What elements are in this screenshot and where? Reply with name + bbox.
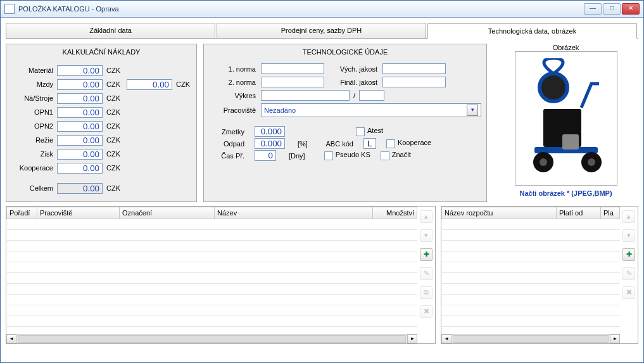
scroll-thumb[interactable]	[453, 335, 609, 343]
scroll-right-icon[interactable]: ▸	[610, 334, 620, 343]
table-row[interactable]	[7, 316, 417, 327]
input-kooperace[interactable]	[57, 163, 103, 174]
table-row[interactable]	[7, 327, 417, 334]
table-row[interactable]	[442, 327, 620, 334]
select-pracoviste-value: Nezadáno	[264, 106, 296, 114]
lbl-nastroje: Ná/Stroje	[11, 94, 53, 102]
move-down-icon[interactable]: ▾	[420, 229, 432, 242]
scroll-left-icon[interactable]: ◂	[441, 334, 451, 343]
move-up-icon[interactable]: ▴	[420, 210, 432, 223]
table-row[interactable]	[442, 219, 620, 230]
select-pracoviste[interactable]: Nezadáno ▾	[261, 103, 481, 117]
input-material[interactable]	[57, 65, 103, 76]
grid-right-hscroll[interactable]: ◂▸	[441, 334, 620, 343]
col-pla[interactable]: Pla	[601, 207, 620, 219]
close-button[interactable]: ✕	[622, 3, 640, 15]
table-row[interactable]	[7, 295, 417, 305]
copy-row-icon[interactable]: ⧉	[420, 286, 432, 299]
col-plati-od[interactable]: Platí od	[557, 207, 601, 219]
chk-kooperace-wrap[interactable]: Kooperace	[386, 139, 431, 148]
grid-left-body[interactable]: Pořadí Pracoviště Označení Název Množstv…	[6, 207, 417, 334]
table-row[interactable]	[442, 273, 620, 284]
input-caspr[interactable]	[255, 150, 276, 161]
svg-rect-7	[562, 134, 579, 150]
panel-kalkulacni-naklady: KALKULAČNÍ NÁKLADY MateriálCZK MzdyCZKCZ…	[6, 44, 197, 202]
table-row[interactable]	[7, 262, 417, 273]
checkbox-atest[interactable]	[356, 127, 365, 136]
input-vykres-1[interactable]	[261, 90, 350, 101]
table-row[interactable]	[442, 252, 620, 262]
table-row[interactable]	[442, 284, 620, 295]
input-vykres-2[interactable]	[359, 90, 384, 101]
table-row[interactable]	[7, 273, 417, 284]
input-vych-jakost[interactable]	[382, 63, 446, 74]
checkbox-kooperace[interactable]	[386, 139, 395, 148]
maximize-button[interactable]: □	[603, 3, 621, 15]
input-odpad[interactable]	[255, 138, 285, 149]
lbl-kooperace: Kooperace	[11, 164, 53, 172]
delete-row-icon[interactable]: ✖	[622, 286, 635, 299]
table-row[interactable]	[7, 252, 417, 262]
tab-zakladni-data[interactable]: Základní data	[6, 23, 215, 38]
move-down-icon[interactable]: ▾	[622, 229, 635, 242]
svg-point-6	[588, 158, 595, 166]
checkbox-pseudoks[interactable]	[324, 151, 333, 160]
grid-right-body[interactable]: Název rozpočtu Platí od Pla	[441, 207, 620, 334]
input-rezie[interactable]	[57, 135, 103, 146]
input-final-jakost[interactable]	[382, 77, 446, 87]
input-abc[interactable]	[363, 138, 376, 149]
move-up-icon[interactable]: ▴	[622, 210, 635, 223]
table-row[interactable]	[7, 230, 417, 241]
input-nastroje[interactable]	[57, 93, 103, 104]
lbl-vykres: Výkres	[209, 92, 256, 99]
edit-row-icon[interactable]: ✎	[420, 267, 432, 280]
add-row-icon[interactable]: ✚	[622, 248, 635, 261]
col-pracoviste[interactable]: Pracoviště	[37, 207, 120, 219]
lbl-vych-jakost: Vých. jakost	[329, 65, 377, 73]
table-row[interactable]	[442, 230, 620, 241]
delete-row-icon[interactable]: ✖	[420, 305, 432, 318]
col-oznaceni[interactable]: Označení	[120, 207, 215, 219]
add-row-icon[interactable]: ✚	[420, 248, 432, 261]
table-row[interactable]	[7, 219, 417, 230]
chk-atest-wrap[interactable]: Atest	[356, 127, 383, 136]
lbl-rezie: Režie	[11, 136, 53, 144]
table-row[interactable]	[442, 305, 620, 316]
checkbox-znacit[interactable]	[381, 151, 389, 160]
chk-pseudoks-wrap[interactable]: Pseudo KS	[324, 151, 370, 160]
minimize-button[interactable]: —	[584, 3, 602, 15]
col-mnozstvi[interactable]: Množství	[373, 207, 417, 219]
edit-row-icon[interactable]: ✎	[622, 267, 635, 280]
lbl-norma2: 2. norma	[209, 79, 256, 86]
table-row[interactable]	[7, 305, 417, 316]
tab-technologicka-data[interactable]: Technologická data, obrázek	[427, 23, 637, 39]
svg-point-1	[540, 73, 567, 101]
load-image-link[interactable]: Načti obrázek * (JPEG,BMP)	[519, 189, 612, 197]
col-nazev[interactable]: Název	[215, 207, 373, 219]
lbl-norma1: 1. norma	[209, 65, 256, 73]
scroll-thumb[interactable]	[18, 335, 406, 343]
input-opn1[interactable]	[57, 107, 103, 118]
tab-prodejni-ceny[interactable]: Prodejní ceny, sazby DPH	[217, 23, 426, 38]
input-norma1[interactable]	[261, 63, 324, 74]
input-opn2[interactable]	[57, 121, 103, 132]
grid-left-hscroll[interactable]: ◂▸	[6, 334, 417, 343]
input-norma2[interactable]	[261, 77, 324, 87]
image-preview[interactable]	[515, 51, 617, 186]
input-zmetky[interactable]	[255, 126, 285, 137]
table-row[interactable]	[442, 241, 620, 252]
table-row[interactable]	[7, 241, 417, 252]
table-row[interactable]	[442, 295, 620, 305]
scroll-right-icon[interactable]: ▸	[407, 334, 417, 343]
table-row[interactable]	[7, 284, 417, 295]
table-row[interactable]	[442, 316, 620, 327]
chevron-down-icon[interactable]: ▾	[467, 105, 478, 116]
scroll-left-icon[interactable]: ◂	[6, 334, 16, 343]
col-poradi[interactable]: Pořadí	[7, 207, 37, 219]
chk-znacit-wrap[interactable]: Značit	[381, 151, 411, 160]
input-mzdy-2[interactable]	[127, 79, 172, 90]
input-mzdy[interactable]	[57, 79, 103, 90]
table-row[interactable]	[442, 262, 620, 273]
col-nazev-rozpoctu[interactable]: Název rozpočtu	[442, 207, 557, 219]
input-zisk[interactable]	[57, 149, 103, 160]
